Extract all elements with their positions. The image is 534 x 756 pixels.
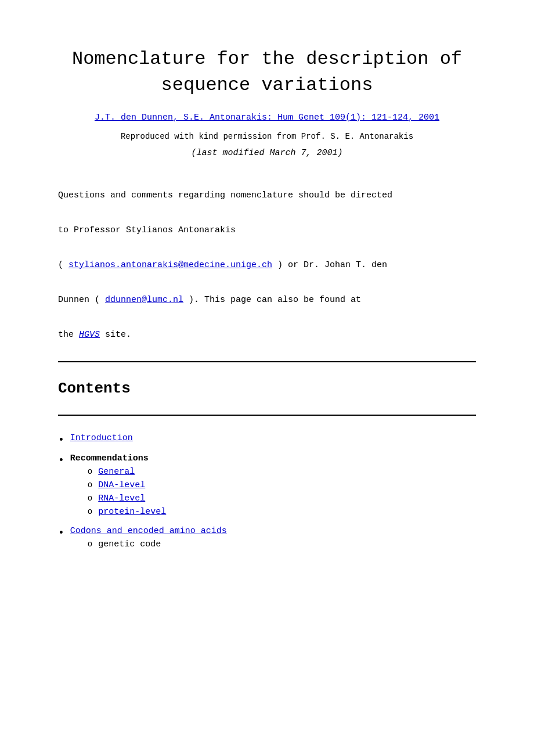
recommendations-sub-list: o General o DNA-level o RNA-level o prot… — [88, 467, 166, 517]
intro-text7-pre: the — [58, 330, 79, 340]
intro-text1: Questions and comments regarding nomencl… — [58, 190, 392, 200]
main-title: Nomenclature for the description of sequ… — [58, 46, 476, 99]
bullet-introduction: • — [58, 433, 64, 448]
bullet-recommendations: • — [58, 453, 64, 468]
intro-text3-pre: ( — [58, 260, 68, 270]
hgvs-link[interactable]: HGVS — [79, 330, 100, 340]
intro-text8: site. — [100, 330, 131, 340]
email2-link[interactable]: ddunnen@lumc.nl — [105, 295, 183, 305]
bullet-codons: • — [58, 526, 64, 541]
list-item-dna: o DNA-level — [88, 480, 166, 490]
title-section: Nomenclature for the description of sequ… — [58, 46, 476, 158]
codons-link[interactable]: Codons and encoded amino acids — [70, 526, 227, 536]
intro-text2: to Professor Stylianos Antonarakis — [58, 225, 236, 235]
sub-bullet-dna: o — [88, 480, 92, 489]
sub-bullet-genetic-code: o — [88, 539, 92, 549]
sub-bullet-general: o — [88, 467, 92, 476]
general-link[interactable]: General — [98, 467, 135, 477]
genetic-code-label: genetic code — [98, 539, 161, 549]
list-item-genetic-code: o genetic code — [88, 539, 227, 549]
dna-level-link[interactable]: DNA-level — [98, 480, 145, 490]
authors-link[interactable]: J.T. den Dunnen, S.E. Antonarakis: Hum G… — [58, 113, 476, 123]
intro-text5-pre: Dunnen ( — [58, 295, 105, 305]
reproduced-text: Reproduced with kind permission from Pro… — [58, 132, 476, 141]
introduction-link[interactable]: Introduction — [70, 433, 133, 443]
sub-bullet-protein: o — [88, 507, 92, 516]
intro-text4: ) or Dr. Johan T. den — [272, 260, 387, 270]
sub-bullet-rna: o — [88, 494, 92, 503]
list-item-general: o General — [88, 467, 166, 477]
divider-top — [58, 361, 476, 362]
list-item-recommendations: • Recommendations o General o DNA-level … — [58, 453, 476, 520]
intro-paragraph: Questions and comments regarding nomencl… — [58, 187, 476, 344]
introduction-link-wrap: Introduction — [70, 433, 133, 443]
protein-level-link[interactable]: protein-level — [98, 507, 166, 517]
email1-link[interactable]: stylianos.antonarakis@medecine.unige.ch — [68, 260, 272, 270]
contents-heading: Contents — [58, 380, 476, 397]
recommendations-label: Recommendations — [70, 453, 149, 463]
codons-sub-list: o genetic code — [88, 539, 227, 549]
divider-bottom — [58, 415, 476, 416]
list-item-introduction: • Introduction — [58, 433, 476, 448]
page-container: Nomenclature for the description of sequ… — [58, 46, 476, 553]
intro-text6: ). This page can also be found at — [183, 295, 361, 305]
list-item-protein: o protein-level — [88, 507, 166, 517]
list-item-codons: • Codons and encoded amino acids o genet… — [58, 526, 476, 553]
rna-level-link[interactable]: RNA-level — [98, 494, 145, 503]
last-modified: (last modified March 7, 2001) — [58, 148, 476, 158]
contents-list: • Introduction • Recommendations o Gener… — [58, 433, 476, 553]
list-item-rna: o RNA-level — [88, 494, 166, 503]
